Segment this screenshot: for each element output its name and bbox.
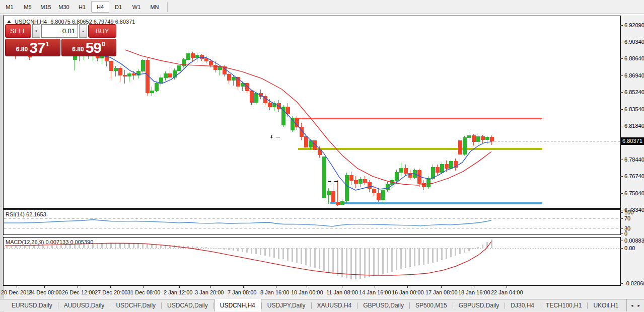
tab-xauusd-h4[interactable]: XAUUSD,H4 bbox=[312, 299, 357, 311]
candle-body bbox=[472, 136, 475, 142]
candle-body bbox=[476, 137, 480, 142]
price-axis-label: 6.88640 bbox=[624, 55, 644, 61]
timeframe-button-m30[interactable]: M30 bbox=[55, 1, 73, 13]
macd-histogram-bar bbox=[468, 248, 470, 251]
price-axis-label: 6.86940 bbox=[624, 72, 644, 79]
candle-body bbox=[281, 107, 285, 125]
candle-body bbox=[186, 54, 190, 60]
timeframe-button-d1[interactable]: D1 bbox=[109, 1, 127, 13]
macd-histogram-bar bbox=[228, 248, 230, 250]
macd-histogram-bar bbox=[20, 246, 21, 248]
macd-pane bbox=[4, 238, 621, 286]
candle-body bbox=[204, 59, 208, 61]
symbol-tab-bar: EURUSD,DailyAUDUSD,DailyUSDCHF,DailyUSDC… bbox=[0, 299, 644, 311]
volume-decrease-button[interactable]: ▼ bbox=[32, 24, 40, 38]
macd-histogram-bar bbox=[437, 248, 438, 262]
time-axis-label: 27 Dec 20:00 bbox=[95, 289, 127, 295]
candle-body bbox=[354, 180, 357, 183]
timeframe-button-h4[interactable]: H4 bbox=[91, 1, 109, 13]
candle-body bbox=[349, 175, 353, 180]
macd-histogram-bar bbox=[196, 247, 198, 248]
macd-histogram-bar bbox=[328, 248, 329, 272]
macd-histogram-bar bbox=[205, 247, 207, 248]
tab-usdcnh-h4[interactable]: USDCNH,H4 bbox=[214, 299, 261, 311]
macd-histogram-bar bbox=[101, 244, 103, 248]
macd-histogram-bar bbox=[128, 243, 130, 248]
toolbar-separator bbox=[167, 2, 168, 12]
macd-histogram-bar bbox=[373, 248, 375, 276]
macd-histogram-bar bbox=[65, 245, 66, 248]
macd-histogram-bar bbox=[242, 248, 243, 252]
tab-gbpusd-daily[interactable]: GBPUSD,Daily bbox=[357, 299, 409, 311]
one-click-trading-panel: SELL ▼ 0.01 ▲ BUY 6.80 37 1 6.80 59 0 bbox=[5, 24, 116, 56]
macd-indicator-label: MACD(12,26,9) 0.007133 0.005390 bbox=[6, 239, 93, 245]
macd-histogram-bar bbox=[319, 248, 320, 269]
sell-price-small: 6.80 bbox=[16, 46, 28, 53]
tab-audusd-daily[interactable]: AUDUSD,Daily bbox=[58, 299, 110, 311]
tab-dj30-h4[interactable]: DJ30,H4 bbox=[505, 299, 540, 311]
macd-histogram-bar bbox=[42, 246, 44, 248]
volume-increase-button[interactable]: ▲ bbox=[79, 24, 87, 38]
time-axis-label: 3 Jan 20:00 bbox=[195, 289, 224, 295]
tab-usdjpy-daily[interactable]: USDJPY,Daily bbox=[262, 299, 311, 311]
timeframe-button-m15[interactable]: M15 bbox=[37, 1, 55, 13]
macd-histogram-bar bbox=[446, 248, 447, 259]
macd-histogram-bar bbox=[378, 248, 379, 275]
macd-histogram-bar bbox=[301, 248, 302, 264]
macd-histogram-bar bbox=[405, 248, 406, 268]
macd-histogram-bar bbox=[246, 248, 248, 253]
volume-input[interactable]: 0.01 bbox=[41, 24, 78, 38]
candle-body bbox=[490, 137, 493, 141]
candle-body bbox=[381, 190, 385, 200]
tab-usdchf-daily[interactable]: USDCHF,Daily bbox=[110, 299, 161, 311]
buy-price-display[interactable]: 6.80 59 0 bbox=[61, 39, 117, 56]
timeframe-button-m1[interactable]: M1 bbox=[1, 1, 19, 13]
macd-histogram-bar bbox=[6, 246, 8, 248]
indicator-axis-label: 70 bbox=[624, 215, 630, 221]
rsi-indicator-label: RSI(14) 62.1653 bbox=[6, 211, 46, 217]
time-axis-label: 8 Jan 16:00 bbox=[260, 289, 290, 295]
macd-histogram-bar bbox=[369, 248, 370, 277]
sell-price-display[interactable]: 6.80 37 1 bbox=[5, 39, 60, 56]
collapse-triangle-icon[interactable] bbox=[7, 20, 11, 23]
macd-histogram-bar bbox=[210, 248, 211, 248]
timeframe-button-mn[interactable]: MN bbox=[146, 1, 164, 13]
tab-usdcad-daily[interactable]: USDCAD,Daily bbox=[162, 299, 213, 311]
tab-scroll-left-icon[interactable]: ◂ bbox=[629, 302, 635, 309]
macd-histogram-bar bbox=[278, 248, 279, 259]
timeframe-button-m5[interactable]: M5 bbox=[19, 1, 37, 13]
macd-histogram-bar bbox=[251, 248, 252, 254]
macd-histogram-bar bbox=[455, 248, 456, 256]
candle-body bbox=[209, 61, 212, 65]
candle-body bbox=[141, 60, 145, 71]
candle-body bbox=[481, 137, 484, 140]
candle-body bbox=[218, 66, 222, 69]
macd-histogram-bar bbox=[287, 248, 289, 261]
macd-histogram-bar bbox=[292, 248, 293, 262]
rsi-pane bbox=[4, 210, 621, 235]
candle-body bbox=[109, 61, 113, 71]
candle-body bbox=[155, 84, 158, 91]
sell-button[interactable]: SELL bbox=[5, 24, 31, 38]
macd-histogram-bar bbox=[337, 248, 338, 276]
timeframe-button-w1[interactable]: W1 bbox=[127, 1, 146, 13]
time-axis-label: 11 Jan 08:00 bbox=[326, 289, 358, 295]
tab-eurusd-daily[interactable]: EURUSD,Daily bbox=[6, 299, 58, 311]
candle-body bbox=[485, 137, 489, 140]
price-axis-label: 6.85240 bbox=[624, 89, 644, 95]
macd-histogram-bar bbox=[11, 246, 12, 248]
tab-gbpusd-daily[interactable]: GBPUSD,Daily bbox=[453, 299, 505, 311]
candle-body bbox=[359, 179, 362, 183]
candle-body bbox=[213, 65, 217, 69]
tab-sp500-m15[interactable]: SP500,M15 bbox=[410, 299, 453, 311]
macd-histogram-bar bbox=[296, 248, 298, 263]
candle-body bbox=[368, 182, 371, 189]
buy-button[interactable]: BUY bbox=[88, 24, 116, 38]
tab-ukoil-h1[interactable]: UKOil,H1 bbox=[588, 299, 624, 311]
time-axis-label: 2 Jan 12:00 bbox=[164, 289, 193, 295]
macd-histogram-bar bbox=[473, 248, 474, 249]
tab-scroll-right-icon[interactable]: ▸ bbox=[636, 302, 641, 309]
timeframe-button-h1[interactable]: H1 bbox=[73, 1, 91, 13]
tab-tech100-h1[interactable]: TECH100,H1 bbox=[540, 299, 587, 311]
macd-histogram-bar bbox=[38, 246, 39, 248]
